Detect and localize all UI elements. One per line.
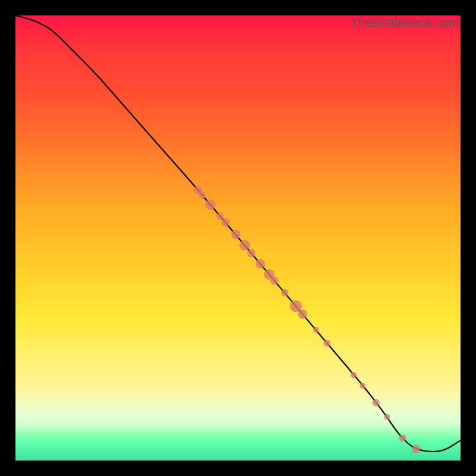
- data-point: [359, 383, 365, 389]
- data-point: [217, 212, 224, 220]
- data-point: [313, 327, 319, 333]
- data-point: [384, 414, 390, 420]
- chart-svg: [15, 15, 461, 461]
- data-point: [281, 289, 289, 296]
- data-point: [298, 309, 308, 319]
- data-point: [270, 277, 278, 285]
- data-point: [199, 192, 206, 199]
- watermark-text: TheBottleneck.com: [350, 15, 459, 30]
- data-point: [399, 435, 406, 442]
- data-point: [412, 445, 420, 453]
- data-point: [255, 259, 265, 268]
- data-point: [372, 399, 380, 406]
- data-point: [231, 230, 240, 239]
- data-point: [221, 218, 230, 227]
- data-point: [205, 199, 216, 210]
- data-point: [247, 249, 255, 257]
- data-point: [239, 240, 250, 250]
- data-point: [324, 340, 331, 347]
- data-point: [351, 372, 357, 378]
